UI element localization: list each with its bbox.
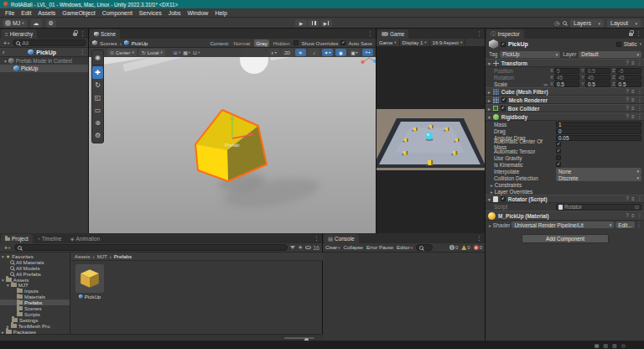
scale-y-field[interactable]: 0.5 bbox=[585, 81, 610, 87]
info-count-toggle[interactable]: i0 bbox=[449, 245, 458, 250]
rotator-script-header[interactable]: Rotator (Script) ?≡⋮ bbox=[486, 195, 644, 203]
console-search-input[interactable] bbox=[416, 244, 433, 251]
rect-tool-button[interactable]: ▭ bbox=[92, 104, 103, 117]
rotation-y-field[interactable]: 45 bbox=[585, 75, 610, 81]
component-enabled-checkbox[interactable] bbox=[501, 97, 506, 102]
scale-tool-button[interactable]: ◱ bbox=[92, 91, 103, 104]
custom-tool-button[interactable]: ⚙ bbox=[92, 129, 103, 142]
material-header[interactable]: M_PickUp (Material) ?≡⋮ bbox=[486, 211, 644, 221]
interpolate-dropdown[interactable]: None bbox=[556, 168, 641, 174]
component-enabled-checkbox[interactable] bbox=[501, 196, 506, 201]
save-search-icon[interactable]: ★ bbox=[298, 244, 303, 251]
pivot-dropdown[interactable]: ⊙Center bbox=[107, 49, 137, 56]
move-tool-button[interactable]: ✚ bbox=[92, 66, 103, 79]
angular-drag-field[interactable]: 0.05 bbox=[556, 135, 641, 141]
menu-services[interactable]: Services bbox=[136, 10, 165, 16]
context-gray-button[interactable]: Gray bbox=[254, 39, 268, 47]
component-enabled-checkbox[interactable] bbox=[501, 106, 506, 111]
mesh-renderer-header[interactable]: Mesh Renderer ?≡⋮ bbox=[486, 96, 644, 104]
tree-all-models[interactable]: All Models bbox=[0, 265, 70, 271]
tree-all-materials[interactable]: All Materials bbox=[0, 259, 70, 265]
layer-overrides-foldout[interactable]: Layer Overrides bbox=[486, 188, 644, 195]
search-icon[interactable] bbox=[563, 21, 567, 25]
foldout-icon[interactable] bbox=[488, 89, 491, 95]
warning-count-toggle[interactable]: 0 bbox=[461, 245, 470, 250]
tab-animation[interactable]: ◈Animation bbox=[66, 234, 104, 243]
play-button[interactable]: ▶ bbox=[295, 19, 307, 27]
prefab-back-icon[interactable]: ‹ bbox=[3, 49, 4, 55]
menu-component[interactable]: Component bbox=[99, 10, 136, 16]
hierarchy-row-pickup[interactable]: PickUp bbox=[0, 65, 88, 72]
editor-dropdown[interactable]: Editor bbox=[397, 245, 413, 250]
help-icon[interactable]: ? bbox=[626, 60, 629, 66]
menu-gameobject[interactable]: GameObject bbox=[59, 10, 98, 16]
transform-tool-button[interactable]: ⊕ bbox=[92, 117, 103, 129]
foldout-icon[interactable] bbox=[4, 58, 7, 64]
gizmo-x-axis[interactable] bbox=[361, 60, 365, 64]
display-dropdown[interactable]: Display 1 bbox=[400, 39, 430, 46]
shader-edit-button[interactable]: Edit... bbox=[615, 221, 634, 228]
scene-viewport[interactable]: Prefab ⊙Center ↻Local ⊞ ▦ ⊡ ◐ bbox=[89, 48, 376, 233]
game-menu-icon[interactable]: ⋮ bbox=[476, 30, 482, 37]
status-activity-icon-1[interactable]: ▦ bbox=[595, 342, 600, 348]
lock-icon[interactable] bbox=[73, 33, 77, 36]
tree-inputs[interactable]: Inputs bbox=[0, 288, 70, 294]
mass-field[interactable]: 1 bbox=[556, 122, 641, 128]
context-normal-button[interactable]: Normal bbox=[231, 40, 252, 46]
box-collider-header[interactable]: Box Collider ?≡⋮ bbox=[486, 104, 644, 112]
shader-dropdown[interactable]: Universal Render Pipeline/Lit bbox=[512, 221, 614, 228]
pause-button[interactable] bbox=[308, 19, 319, 27]
hierarchy-row-prefab-mode[interactable]: Prefab Mode in Context bbox=[0, 57, 88, 65]
foldout-icon[interactable] bbox=[488, 196, 491, 202]
tree-textmesh-pro[interactable]: TextMesh Pro bbox=[0, 323, 70, 329]
tree-scenes[interactable]: Scenes bbox=[0, 305, 70, 311]
visibility-toggle[interactable]: ◉ bbox=[335, 49, 346, 56]
breadcrumb-mjt[interactable]: MJT bbox=[97, 253, 107, 259]
more-icon[interactable]: ⋮ bbox=[637, 60, 642, 66]
context-hidden-button[interactable]: Hidden bbox=[272, 40, 292, 46]
project-menu-icon[interactable]: ⋮ bbox=[314, 235, 319, 242]
project-create-button[interactable]: + bbox=[3, 245, 12, 251]
scale-x-field[interactable]: 0.5 bbox=[554, 81, 579, 87]
view-tool-button[interactable]: ◉ bbox=[92, 51, 103, 64]
scene-menu-icon[interactable]: ⋮ bbox=[367, 30, 373, 37]
menu-file[interactable]: File bbox=[2, 10, 18, 16]
foldout-icon[interactable] bbox=[488, 106, 491, 112]
layout-dropdown[interactable]: Layout bbox=[607, 19, 641, 28]
grid-snap-dropdown[interactable]: ▦ bbox=[183, 50, 190, 55]
lighting-toggle[interactable]: ☀ bbox=[295, 49, 306, 56]
error-pause-button[interactable]: Error Pause bbox=[366, 245, 393, 250]
status-activity-icon-3[interactable]: ▨ bbox=[612, 342, 617, 348]
active-checkbox[interactable] bbox=[501, 42, 506, 47]
auto-tensor-checkbox[interactable] bbox=[556, 148, 561, 154]
status-activity-icon-4[interactable]: ◎ bbox=[621, 342, 626, 348]
console-menu-icon[interactable]: ⋮ bbox=[476, 235, 482, 242]
menu-window[interactable]: Window bbox=[184, 10, 212, 16]
inspector-lock-icon[interactable] bbox=[629, 33, 633, 36]
camera-dropdown[interactable]: ▣ bbox=[349, 49, 360, 56]
prefab-root[interactable]: PickUp bbox=[28, 49, 56, 55]
asset-tile-pickup[interactable]: PickUp bbox=[75, 264, 104, 300]
menu-edit[interactable]: Edit bbox=[18, 10, 34, 16]
menu-jobs[interactable]: Jobs bbox=[165, 10, 184, 16]
position-y-field[interactable]: 0.5 bbox=[585, 68, 610, 74]
console-log-area[interactable] bbox=[323, 253, 485, 341]
game-viewport[interactable] bbox=[377, 47, 486, 233]
rotation-z-field[interactable]: 45 bbox=[616, 75, 641, 81]
2d-toggle[interactable]: 2D bbox=[282, 49, 293, 56]
auto-save-checkbox[interactable] bbox=[340, 40, 345, 45]
material-foldout-icon[interactable] bbox=[489, 222, 491, 228]
undo-history-icon[interactable]: ◷ bbox=[554, 20, 559, 27]
clear-button[interactable]: Clear bbox=[325, 245, 340, 250]
tree-mjt[interactable]: MJT bbox=[0, 282, 70, 288]
aspect-dropdown[interactable]: 16:9 Aspect bbox=[430, 39, 466, 46]
collapse-button[interactable]: Collapse bbox=[344, 245, 363, 250]
collision-detection-dropdown[interactable]: Discrete bbox=[556, 174, 641, 181]
tree-materials[interactable]: Materials bbox=[0, 294, 70, 300]
tab-inspector[interactable]: ⓘInspector bbox=[486, 29, 524, 39]
grid-visual-dropdown[interactable]: ⊞ bbox=[174, 50, 180, 55]
tree-favorites[interactable]: ★Favorites bbox=[0, 253, 70, 259]
shader-menu-icon[interactable]: ⋮ bbox=[636, 221, 641, 228]
foldout-icon[interactable] bbox=[488, 60, 491, 66]
project-search-input[interactable] bbox=[14, 244, 288, 251]
